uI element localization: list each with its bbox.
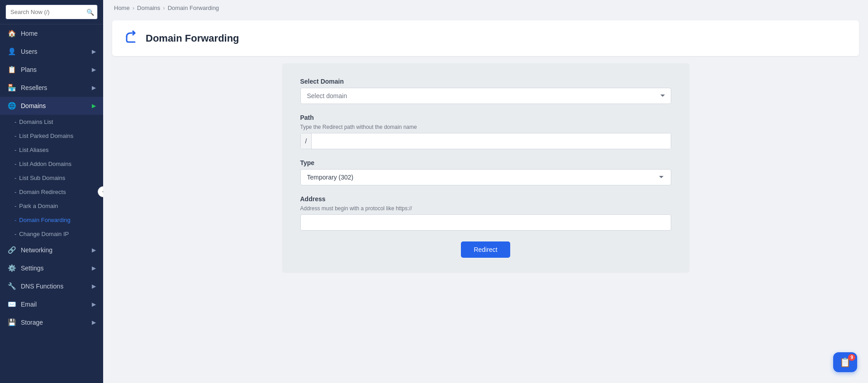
search-icon: 🔍	[86, 9, 94, 16]
breadcrumb-domains[interactable]: Domains	[137, 5, 160, 11]
home-icon: 🏠	[7, 29, 16, 38]
storage-chevron-icon: ▶	[92, 319, 96, 326]
email-icon: ✉️	[7, 300, 16, 308]
sidebar-sub-park-a-domain[interactable]: Park a Domain	[0, 199, 103, 213]
search-bar-container: 🔍	[0, 0, 103, 24]
breadcrumb-sep-2: ›	[163, 5, 165, 11]
sidebar-item-dns-label: DNS Functions	[21, 283, 87, 290]
domains-list-label: Domains List	[19, 118, 53, 125]
list-addon-domains-label: List Addon Domains	[19, 161, 71, 167]
sidebar-item-home-label: Home	[21, 30, 96, 37]
sidebar-sub-domains-list[interactable]: Domains List	[0, 115, 103, 129]
dns-chevron-icon: ▶	[92, 283, 96, 289]
sidebar: 🔍 🏠 Home 👤 Users ▶ 📋 Plans ▶ 🏪 Resellers…	[0, 0, 103, 383]
redirect-button[interactable]: Redirect	[461, 241, 510, 258]
path-label: Path	[300, 114, 671, 121]
breadcrumb-home[interactable]: Home	[114, 5, 130, 11]
sidebar-item-settings[interactable]: ⚙️ Settings ▶	[0, 259, 103, 277]
sidebar-item-resellers-label: Resellers	[21, 84, 87, 91]
path-prefix: /	[301, 133, 312, 149]
type-dropdown[interactable]: Temporary (302) Permanent (301)	[300, 169, 671, 185]
plans-icon: 📋	[7, 66, 16, 74]
search-input[interactable]	[5, 5, 98, 19]
sidebar-sub-list-addon-domains[interactable]: List Addon Domains	[0, 157, 103, 171]
sidebar-item-settings-label: Settings	[21, 265, 87, 272]
sidebar-item-email[interactable]: ✉️ Email ▶	[0, 295, 103, 313]
content-area: Domain Forwarding Select Domain Select d…	[103, 16, 868, 383]
networking-chevron-icon: ▶	[92, 247, 96, 253]
email-chevron-icon: ▶	[92, 301, 96, 307]
sidebar-item-domains-label: Domains	[21, 102, 87, 109]
plans-chevron-icon: ▶	[92, 66, 96, 73]
storage-icon: 💾	[7, 318, 16, 326]
domain-forwarding-label: Domain Forwarding	[19, 217, 70, 223]
sidebar-sub-domain-forwarding[interactable]: Domain Forwarding	[0, 213, 103, 227]
park-a-domain-label: Park a Domain	[19, 203, 58, 209]
sidebar-item-networking[interactable]: 🔗 Networking ▶	[0, 241, 103, 259]
breadcrumb-sep-1: ›	[133, 5, 134, 11]
sidebar-sub-list-parked-domains[interactable]: List Parked Domains	[0, 129, 103, 143]
sidebar-item-users-label: Users	[21, 48, 87, 55]
page-header: Domain Forwarding	[112, 20, 859, 56]
sidebar-sub-list-sub-domains[interactable]: List Sub Domains	[0, 171, 103, 185]
address-label: Address	[300, 195, 671, 203]
sidebar-item-dns-functions[interactable]: 🔧 DNS Functions ▶	[0, 277, 103, 295]
sidebar-item-plans[interactable]: 📋 Plans ▶	[0, 61, 103, 79]
settings-icon: ⚙️	[7, 264, 16, 272]
address-hint: Address must begin with a protocol like …	[300, 205, 671, 212]
type-label: Type	[300, 159, 671, 166]
domain-redirects-label: Domain Redirects	[19, 189, 66, 195]
list-aliases-label: List Aliases	[19, 147, 48, 153]
sidebar-item-users[interactable]: 👤 Users ▶	[0, 43, 103, 61]
select-domain-dropdown[interactable]: Select domain	[300, 88, 671, 104]
sidebar-item-home[interactable]: 🏠 Home	[0, 24, 103, 43]
domains-chevron-icon: ▶	[92, 103, 96, 109]
settings-chevron-icon: ▶	[92, 265, 96, 271]
address-group: Address Address must begin with a protoc…	[300, 195, 671, 231]
domain-forwarding-form: Select Domain Select domain Path Type th…	[282, 63, 689, 272]
sidebar-item-storage[interactable]: 💾 Storage ▶	[0, 313, 103, 331]
list-sub-domains-label: List Sub Domains	[19, 175, 65, 181]
breadcrumb: Home › Domains › Domain Forwarding	[103, 0, 868, 16]
sidebar-item-networking-label: Networking	[21, 246, 87, 254]
page-header-icon	[123, 28, 139, 48]
select-domain-label: Select Domain	[300, 78, 671, 85]
address-input[interactable]	[300, 214, 671, 231]
sidebar-item-resellers[interactable]: 🏪 Resellers ▶	[0, 79, 103, 97]
sidebar-sub-change-domain-ip[interactable]: Change Domain IP	[0, 227, 103, 241]
select-domain-group: Select Domain Select domain	[300, 78, 671, 104]
path-input-wrapper: /	[300, 133, 671, 149]
list-parked-domains-label: List Parked Domains	[19, 132, 73, 139]
users-icon: 👤	[7, 47, 16, 56]
networking-icon: 🔗	[7, 246, 16, 254]
notification-badge: 9	[848, 354, 855, 361]
path-group: Path Type the Redirect path without the …	[300, 114, 671, 149]
path-input[interactable]	[312, 133, 670, 149]
sidebar-item-storage-label: Storage	[21, 319, 87, 326]
type-group: Type Temporary (302) Permanent (301)	[300, 159, 671, 185]
domains-icon: 🌐	[7, 102, 16, 110]
sidebar-item-plans-label: Plans	[21, 66, 87, 73]
breadcrumb-current: Domain Forwarding	[168, 5, 219, 11]
main-content: Home › Domains › Domain Forwarding Domai…	[103, 0, 868, 383]
dns-icon: 🔧	[7, 282, 16, 290]
sidebar-item-domains[interactable]: 🌐 Domains ▶	[0, 97, 103, 115]
change-domain-ip-label: Change Domain IP	[19, 231, 69, 237]
resellers-chevron-icon: ▶	[92, 85, 96, 91]
sidebar-item-email-label: Email	[21, 301, 87, 308]
sidebar-sub-list-aliases[interactable]: List Aliases	[0, 143, 103, 157]
resellers-icon: 🏪	[7, 84, 16, 92]
users-chevron-icon: ▶	[92, 48, 96, 55]
path-hint: Type the Redirect path without the domai…	[300, 124, 671, 130]
page-title: Domain Forwarding	[146, 33, 239, 44]
sidebar-sub-domain-redirects[interactable]: Domain Redirects	[0, 185, 103, 199]
notification-button[interactable]: 📋 9	[833, 352, 857, 372]
